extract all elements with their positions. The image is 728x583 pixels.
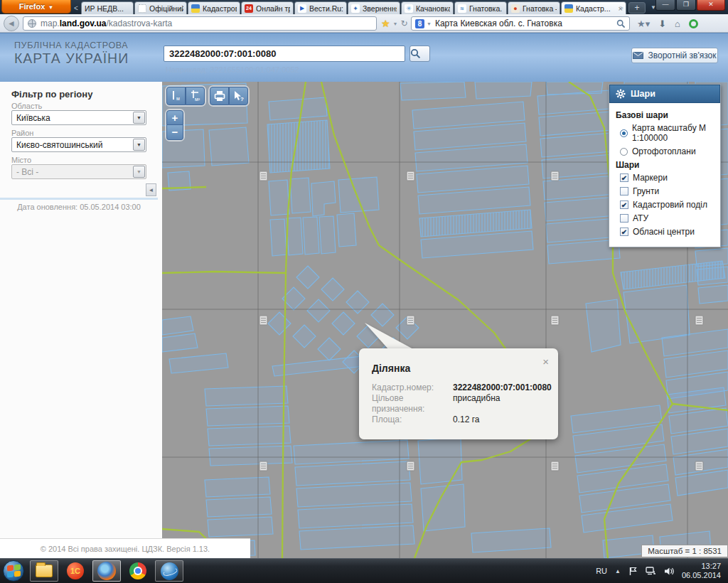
cadastral-parcel-hatched[interactable] xyxy=(621,261,725,289)
map-marker-icon[interactable] xyxy=(551,316,559,325)
map-marker-icon[interactable] xyxy=(551,461,559,471)
measure-area-button[interactable]: м² xyxy=(186,87,205,105)
network-icon[interactable] xyxy=(646,567,656,576)
firefox-menu-button[interactable]: Firefox▼ xyxy=(1,0,71,14)
browser-search-box[interactable]: 8 ▼ Карта Киевская обл. с. Гнатовка xyxy=(411,16,630,31)
cadastral-parcel[interactable] xyxy=(268,312,291,335)
cadastral-parcel[interactable] xyxy=(162,316,193,335)
cadastral-parcel[interactable] xyxy=(545,197,617,221)
chevron-down-icon[interactable]: ▼ xyxy=(133,139,145,151)
cadastral-parcel[interactable] xyxy=(162,333,198,352)
cadastral-parcel[interactable] xyxy=(209,446,292,466)
close-icon[interactable]: × xyxy=(542,357,549,367)
map-marker-icon[interactable] xyxy=(407,171,414,181)
search-engine-icon[interactable]: 8 xyxy=(415,19,424,28)
search-button[interactable] xyxy=(410,46,430,62)
chevron-down-icon[interactable]: ▼ xyxy=(133,112,145,124)
cadastral-parcel[interactable] xyxy=(169,353,228,373)
taskbar-chrome-icon[interactable] xyxy=(124,560,152,582)
base-layer-option[interactable]: Ортофотоплани xyxy=(620,146,714,156)
cadastral-parcel[interactable] xyxy=(540,133,613,157)
cadastral-parcel[interactable] xyxy=(303,217,319,255)
search-icon[interactable] xyxy=(616,19,626,28)
cadastral-parcel[interactable] xyxy=(296,483,412,507)
taskbar-firefox-icon[interactable] xyxy=(92,560,121,582)
browser-tab[interactable]: Кадастрова... xyxy=(188,1,240,14)
volume-icon[interactable] xyxy=(664,567,674,576)
browser-tab[interactable]: ✳Качановка. ... xyxy=(401,1,454,14)
cadastral-parcel[interactable] xyxy=(205,477,270,497)
bookmarks-menu-button[interactable]: ★▾ xyxy=(637,18,650,29)
identify-button[interactable]: ? xyxy=(229,87,248,105)
feedback-button[interactable]: Зворотній зв'язок xyxy=(631,48,718,63)
tab-scroll-left[interactable]: < xyxy=(72,3,80,14)
language-indicator[interactable]: RU xyxy=(596,567,607,575)
map-marker-icon[interactable] xyxy=(551,171,559,181)
cadastral-parcel[interactable] xyxy=(269,180,289,215)
cadastral-parcel[interactable] xyxy=(205,386,288,406)
base-layer-option[interactable]: Карта масштабу М 1:100000 xyxy=(620,123,714,143)
tab-scroll-right[interactable]: > xyxy=(617,3,626,14)
cadastral-number-input[interactable] xyxy=(164,46,405,62)
cadastral-parcel[interactable] xyxy=(208,517,273,537)
cadastral-parcel[interactable] xyxy=(546,82,603,95)
downloads-button[interactable]: ⬇ xyxy=(658,18,666,29)
cadastral-parcel[interactable] xyxy=(623,285,690,343)
browser-tab[interactable]: ИР НЕДВ... xyxy=(81,1,134,14)
zoom-out-button[interactable]: − xyxy=(166,125,183,140)
cadastral-parcel[interactable] xyxy=(321,278,344,301)
hidden-icons-chevron[interactable]: ▲ xyxy=(615,568,621,574)
cadastral-parcel[interactable] xyxy=(346,291,369,314)
browser-tab[interactable]: ≈Гнатовка. К... xyxy=(454,1,507,14)
map-marker-icon[interactable] xyxy=(259,461,267,471)
action-center-flag-icon[interactable] xyxy=(628,567,638,576)
layer-option[interactable]: ✔Обласні центри xyxy=(620,227,714,237)
map-marker-icon[interactable] xyxy=(695,316,703,325)
zoom-in-button[interactable]: + xyxy=(166,110,183,125)
cadastral-parcel[interactable] xyxy=(546,218,619,242)
cadastral-parcel[interactable] xyxy=(209,127,249,166)
cadastral-parcel[interactable] xyxy=(471,528,551,552)
addon-icon[interactable] xyxy=(689,19,698,28)
measure-length-button[interactable]: м xyxy=(166,87,186,105)
cadastral-parcel[interactable] xyxy=(269,97,327,120)
taskbar-earth-icon[interactable] xyxy=(155,560,183,582)
cadastral-parcel[interactable] xyxy=(307,299,330,322)
layers-panel-header[interactable]: Шари xyxy=(609,85,720,103)
cadastral-parcel[interactable] xyxy=(586,299,621,352)
back-button[interactable]: ◄ xyxy=(4,16,19,31)
bookmark-star-icon[interactable]: ★ xyxy=(381,18,390,29)
close-button[interactable]: ✕ xyxy=(697,0,725,11)
browser-tab[interactable]: ●Гнатовка – ... xyxy=(508,1,560,14)
cadastral-parcel[interactable] xyxy=(311,181,336,216)
print-button[interactable] xyxy=(210,87,229,105)
cadastral-parcel[interactable] xyxy=(298,504,413,528)
layer-option[interactable]: Грунти xyxy=(620,186,714,196)
cadastral-parcel[interactable] xyxy=(318,338,341,360)
layer-option[interactable]: АТУ xyxy=(620,213,714,223)
home-button[interactable]: ⌂ xyxy=(675,18,680,29)
cadastral-parcel[interactable] xyxy=(295,461,410,486)
start-button[interactable] xyxy=(3,560,24,582)
cadastral-parcel[interactable] xyxy=(296,266,319,289)
cadastral-parcel[interactable] xyxy=(400,82,466,100)
cadastral-parcel[interactable] xyxy=(287,218,303,255)
chevron-down-icon[interactable]: ▼ xyxy=(393,21,398,26)
cadastral-parcel[interactable] xyxy=(698,285,728,304)
map-marker-icon[interactable] xyxy=(695,461,703,471)
cadastral-parcel[interactable] xyxy=(290,178,311,213)
layer-option[interactable]: ✔Маркери xyxy=(620,173,714,183)
map-marker-icon[interactable] xyxy=(259,171,267,181)
layer-option[interactable]: ✔Кадастровий поділ xyxy=(620,200,714,210)
cadastral-parcel[interactable] xyxy=(418,437,462,484)
taskbar-explorer-icon[interactable] xyxy=(30,560,58,582)
browser-tab[interactable]: ✦Звернення ... xyxy=(348,1,400,14)
map-viewport[interactable]: Ділянка × Кадастр.номер:3222482000:07:00… xyxy=(162,82,728,558)
taskbar-onec-icon[interactable]: 1С xyxy=(61,560,90,582)
cadastral-parcel[interactable] xyxy=(475,82,532,99)
cadastral-parcel[interactable] xyxy=(539,112,611,136)
cadastral-parcel[interactable] xyxy=(319,216,336,254)
new-tab-button[interactable]: + xyxy=(628,2,646,14)
reload-icon[interactable]: ↻ xyxy=(401,18,408,28)
cadastral-parcel[interactable] xyxy=(332,312,355,335)
